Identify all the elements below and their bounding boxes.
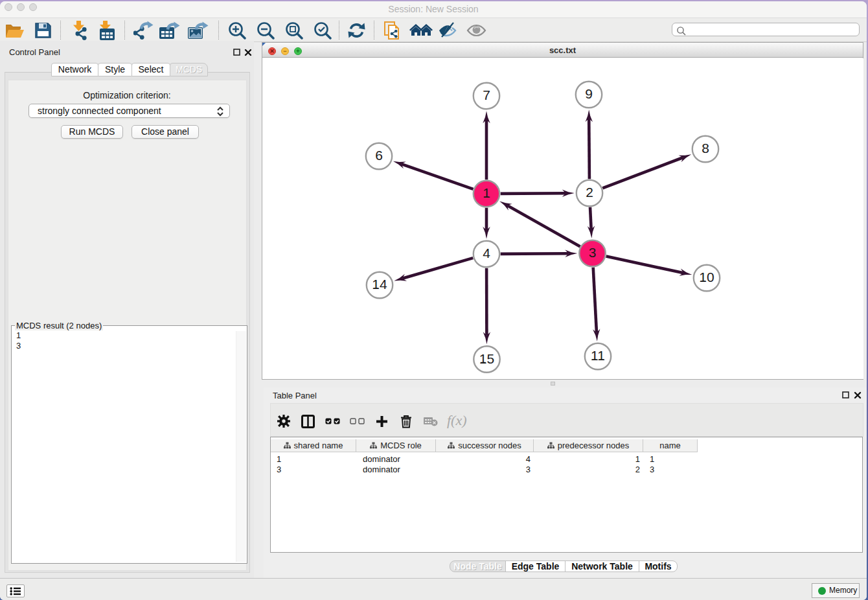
svg-text:8: 8 [702,141,709,156]
svg-text:7: 7 [483,87,490,102]
svg-text:15: 15 [479,351,494,366]
svg-text:11: 11 [591,348,605,363]
svg-text:4: 4 [483,246,490,260]
svg-text:6: 6 [375,148,383,163]
svg-text:9: 9 [585,86,593,101]
svg-text:1: 1 [483,185,490,200]
svg-text:2: 2 [586,185,593,200]
svg-text:14: 14 [372,277,387,292]
svg-text:3: 3 [589,245,597,260]
svg-text:10: 10 [699,270,714,284]
